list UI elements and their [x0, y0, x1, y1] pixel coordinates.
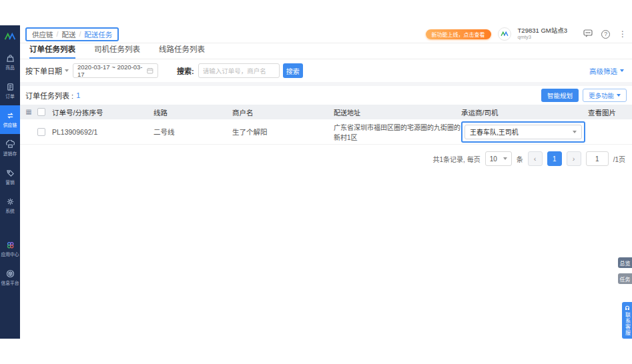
sidebar-item-label: 订单	[5, 93, 15, 99]
chevron-down-icon	[503, 157, 507, 160]
document-icon	[6, 83, 15, 91]
select-all-checkbox[interactable]	[37, 108, 45, 116]
tab-order-tasks[interactable]: 订单任务列表	[29, 43, 75, 59]
col-images: 查看图片	[588, 107, 632, 117]
calendar-icon	[147, 67, 153, 74]
package-icon	[6, 140, 15, 149]
carrier-select-value: 王春车队,王司机	[470, 127, 519, 137]
sidebar-item-label: 供应链	[3, 121, 17, 127]
list-title: 订单任务列表 :	[25, 90, 73, 101]
chevron-down-icon	[620, 69, 624, 72]
breadcrumb-delivery[interactable]: 配送	[61, 29, 75, 39]
breadcrumb: 供应链 / 配送 / 配送任务	[25, 27, 119, 41]
breadcrumb-separator: /	[79, 30, 81, 38]
task-tabs: 订单任务列表 司机任务列表 线路任务列表	[20, 43, 632, 59]
sidebar-item-label: 系统	[5, 207, 15, 213]
avatar-logo-icon	[501, 31, 509, 37]
sidebar-item-label: 应用中心	[1, 251, 19, 257]
brand-logo-icon[interactable]	[0, 25, 20, 48]
search-label: 搜索:	[177, 65, 194, 76]
next-page-button[interactable]: ›	[567, 151, 581, 166]
cell-order-no: PL13909692/1	[52, 128, 153, 136]
sidebar-item-app-center[interactable]: 应用中心	[0, 235, 20, 263]
topbar-right: 新功能上线，点击查看 T29831 GM站点3 qmty3	[426, 27, 627, 41]
promo-badge[interactable]: 新功能上线，点击查看	[426, 29, 491, 39]
date-type-label: 按下单日期	[25, 65, 62, 76]
sidebar-item-label: 商品	[5, 64, 15, 70]
sidebar-item-label: 营销	[5, 179, 15, 185]
column-settings-icon[interactable]: ▦	[25, 109, 31, 115]
sidebar-item-inventory[interactable]: 进销存	[0, 134, 20, 163]
list-count: 1	[76, 91, 80, 99]
cell-merchant: 生了个解阳	[232, 127, 334, 137]
col-address: 配送地址	[334, 107, 461, 117]
app-window: 商品 订单 供应链 进销存 营销 系统	[0, 25, 632, 339]
page-size-value: 10	[490, 155, 497, 163]
chevron-down-icon	[573, 131, 577, 133]
pagination: 共1条记录, 每页 10 条 ‹ 1 › 1 /1页	[20, 145, 632, 166]
filter-row: 按下单日期 2020-03-17 ~ 2020-03-17 搜索: 搜索 高级筛…	[20, 59, 632, 82]
breadcrumb-supply-chain[interactable]: 供应链	[32, 29, 53, 39]
breadcrumb-separator: /	[57, 30, 59, 38]
more-functions-button[interactable]: 更多功能	[583, 89, 627, 102]
prev-page-button[interactable]: ‹	[528, 151, 543, 166]
app-center-icon	[6, 241, 15, 249]
cell-route: 二号线	[153, 127, 232, 137]
toolbar-buttons: 智能规划 更多功能	[541, 89, 627, 102]
date-range-value: 2020-03-17 ~ 2020-03-17	[77, 63, 147, 78]
pagination-total: 共1条记录, 每页	[433, 154, 481, 164]
task-float-tab[interactable]: 任务	[618, 273, 632, 284]
date-range-input[interactable]: 2020-03-17 ~ 2020-03-17	[73, 63, 158, 78]
date-type-select[interactable]: 按下单日期	[25, 65, 69, 76]
list-toolbar: 订单任务列表 : 1 智能规划 更多功能	[20, 86, 632, 105]
screen: 商品 订单 供应链 进销存 营销 系统	[0, 0, 632, 364]
sidebar-item-goods[interactable]: 商品	[0, 48, 20, 77]
gear-icon	[6, 197, 15, 206]
table-header: ▦ 订单号/分拣序号 线路 商户名 配送地址 承运商/司机 查看图片	[20, 105, 632, 119]
sidebar-item-info-platform[interactable]: 信息平台	[0, 263, 20, 292]
breadcrumb-delivery-task[interactable]: 配送任务	[84, 29, 112, 39]
more-menu-icon[interactable]: ⋮	[619, 30, 627, 38]
cube-icon	[6, 269, 15, 278]
smart-plan-button[interactable]: 智能规划	[541, 89, 579, 102]
customer-service-float-tab[interactable]: 联系客服	[622, 302, 632, 339]
sidebar-item-label: 信息平台	[1, 279, 19, 285]
sidebar-item-orders[interactable]: 订单	[0, 77, 20, 105]
col-order-no: 订单号/分拣序号	[52, 107, 153, 117]
topbar: 供应链 / 配送 / 配送任务 新功能上线，点击查看 T298	[20, 25, 632, 43]
sidebar-item-supply-chain[interactable]: 供应链	[0, 105, 20, 134]
customer-service-label: 联系客服	[625, 312, 630, 336]
cell-address: 广东省深圳市福田区圈的宅源圈的九街圈的新村1区	[334, 122, 461, 142]
tab-driver-tasks[interactable]: 司机任务列表	[94, 43, 140, 59]
overview-float-tab[interactable]: 总览	[618, 257, 632, 268]
carrier-select[interactable]: 王春车队,王司机	[464, 125, 582, 139]
page-jump-input[interactable]: 1	[586, 151, 609, 166]
pagination-unit: 条	[517, 154, 523, 164]
row-checkbox[interactable]	[37, 128, 45, 136]
main-area: 供应链 / 配送 / 配送任务 新功能上线，点击查看 T298	[20, 25, 632, 339]
carrier-select-highlight: 王春车队,王司机	[461, 121, 585, 143]
search-button[interactable]: 搜索	[283, 63, 303, 78]
col-merchant: 商户名	[232, 107, 334, 117]
page-1-button[interactable]: 1	[547, 151, 562, 166]
advanced-filter-label: 高级筛选	[589, 66, 617, 76]
chevron-down-icon	[617, 94, 621, 97]
sidebar-item-marketing[interactable]: 营销	[0, 163, 20, 191]
topbar-icons: ? ⋮	[583, 28, 627, 40]
chevron-down-icon	[65, 69, 69, 72]
sidebar-item-system[interactable]: 系统	[0, 191, 20, 220]
help-icon[interactable]: ?	[601, 30, 610, 39]
table-row: PL13909692/1 二号线 生了个解阳 广东省深圳市福田区圈的宅源圈的九街…	[20, 119, 632, 145]
tab-route-tasks[interactable]: 线路任务列表	[159, 43, 205, 59]
cell-carrier: 王春车队,王司机	[461, 121, 588, 143]
message-icon[interactable]	[583, 28, 593, 40]
avatar[interactable]	[498, 27, 511, 41]
search-input[interactable]	[198, 63, 280, 78]
supply-chain-icon	[6, 111, 15, 120]
advanced-filter-link[interactable]: 高级筛选	[589, 66, 624, 76]
page-size-select[interactable]: 10	[485, 151, 512, 166]
headset-icon	[625, 305, 630, 311]
bag-icon	[6, 54, 15, 63]
tag-icon	[6, 169, 15, 177]
user-menu[interactable]: T29831 GM站点3 qmty3	[518, 27, 567, 41]
